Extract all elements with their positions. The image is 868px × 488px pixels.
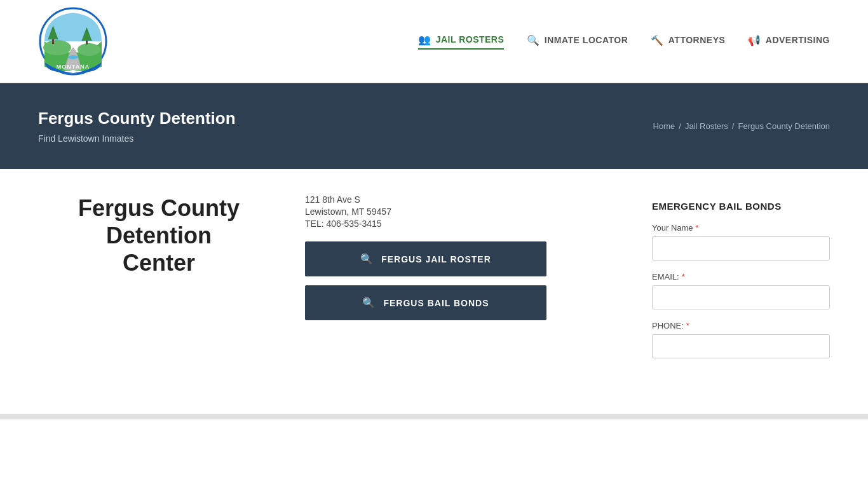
nav-jail-rosters[interactable]: 👥 JAIL ROSTERS xyxy=(418,34,504,50)
jail-roster-button[interactable]: 🔍 FERGUS JAIL ROSTER xyxy=(305,241,546,276)
bail-bonds-button[interactable]: 🔍 FERGUS BAIL BONDS xyxy=(305,285,546,320)
nav-inmate-locator[interactable]: 🔍 INMATE LOCATOR xyxy=(527,34,628,49)
breadcrumb-jail-rosters[interactable]: Jail Rosters xyxy=(685,121,728,131)
phone-input[interactable] xyxy=(652,334,830,358)
phone-label: PHONE: * xyxy=(652,321,830,330)
email-input[interactable] xyxy=(652,285,830,309)
gavel-icon: 🔨 xyxy=(651,34,664,46)
bail-bonds-form: EMERGENCY BAIL BONDS Your Name * EMAIL: … xyxy=(652,194,830,376)
svg-point-1 xyxy=(43,40,71,55)
hero-banner: Fergus County Detention Find Lewistown I… xyxy=(0,83,868,169)
address-line1: 121 8th Ave S xyxy=(305,194,627,205)
nav-advertising[interactable]: 📢 ADVERTISING xyxy=(748,34,830,49)
magnify-icon: 🔍 xyxy=(527,34,540,46)
breadcrumb-current: Fergus County Detention xyxy=(738,121,830,131)
phone-required: * xyxy=(686,321,689,330)
svg-point-2 xyxy=(78,43,100,56)
name-required: * xyxy=(696,223,699,233)
form-title: EMERGENCY BAIL BONDS xyxy=(652,201,830,212)
hero-subtitle: Find Lewistown Inmates xyxy=(38,133,236,144)
logo-area[interactable]: MONTANA xyxy=(38,6,108,76)
site-logo: MONTANA xyxy=(38,6,108,76)
facility-address: 121 8th Ave S Lewistown, MT 59457 TEL: 4… xyxy=(305,194,627,229)
site-header: MONTANA 👥 JAIL ROSTERS 🔍 INMATE LOCATOR … xyxy=(0,0,868,83)
main-content: Fergus County Detention Center 121 8th A… xyxy=(0,169,868,402)
facility-phone: TEL: 406-535-3415 xyxy=(305,219,627,229)
search-icon-1: 🔍 xyxy=(360,253,374,265)
email-field-group: EMAIL: * xyxy=(652,272,830,309)
sidebar: EMERGENCY BAIL BONDS Your Name * EMAIL: … xyxy=(652,194,830,376)
megaphone-icon: 📢 xyxy=(748,34,761,46)
hero-title: Fergus County Detention xyxy=(38,109,236,128)
svg-point-9 xyxy=(68,55,78,59)
content-area: Fergus County Detention Center 121 8th A… xyxy=(38,194,627,376)
search-icon-2: 🔍 xyxy=(362,297,376,309)
email-label: EMAIL: * xyxy=(652,272,830,281)
main-nav: 👥 JAIL ROSTERS 🔍 INMATE LOCATOR 🔨 ATTORN… xyxy=(418,34,830,50)
facility-info: 121 8th Ave S Lewistown, MT 59457 TEL: 4… xyxy=(305,194,627,320)
hero-text: Fergus County Detention Find Lewistown I… xyxy=(38,109,236,144)
action-buttons: 🔍 FERGUS JAIL ROSTER 🔍 FERGUS BAIL BONDS xyxy=(305,241,627,320)
footer-bar xyxy=(0,414,868,419)
name-input[interactable] xyxy=(652,236,830,261)
facility-layout: Fergus County Detention Center 121 8th A… xyxy=(38,194,627,320)
nav-attorneys[interactable]: 🔨 ATTORNEYS xyxy=(651,34,725,49)
address-line2: Lewistown, MT 59457 xyxy=(305,207,627,217)
people-icon: 👥 xyxy=(418,34,431,46)
name-label: Your Name * xyxy=(652,223,830,233)
email-required: * xyxy=(682,272,685,281)
facility-title-block: Fergus County Detention Center xyxy=(38,194,280,296)
name-field-group: Your Name * xyxy=(652,223,830,261)
breadcrumb-home[interactable]: Home xyxy=(653,121,675,131)
svg-text:MONTANA: MONTANA xyxy=(57,64,90,70)
breadcrumb: Home / Jail Rosters / Fergus County Dete… xyxy=(653,121,830,131)
facility-title: Fergus County Detention Center xyxy=(38,194,280,277)
phone-field-group: PHONE: * xyxy=(652,321,830,358)
